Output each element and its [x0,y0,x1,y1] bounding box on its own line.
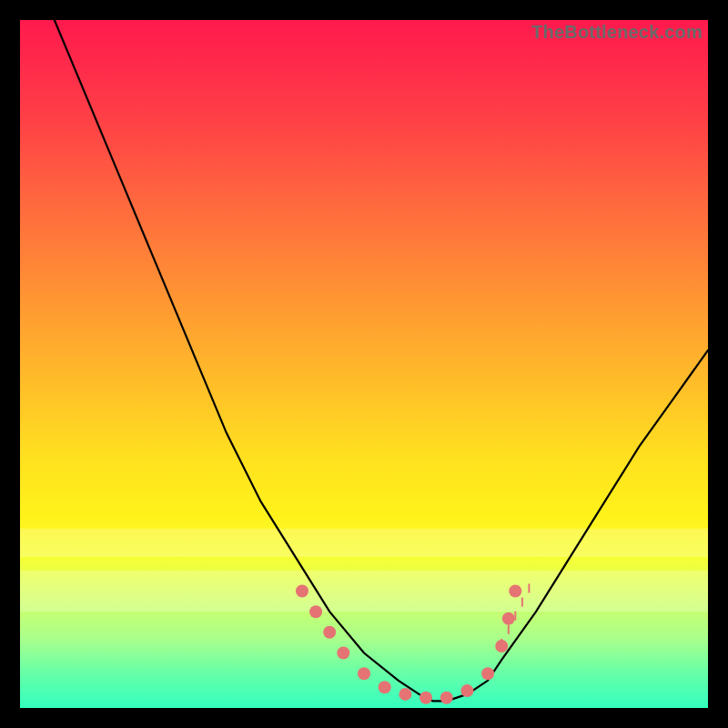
highlight-dot [502,612,515,625]
highlight-dot [379,681,391,693]
highlight-dot [323,626,336,639]
chart-frame: TheBottleneck.com [0,0,728,728]
highlight-dot [420,692,432,704]
highlight-dot [509,585,521,598]
highlight-dot [399,688,411,701]
highlight-dot [296,585,308,598]
plot-area: TheBottleneck.com [20,20,708,708]
highlight-dot [337,647,349,660]
highlight-dot [358,667,370,680]
curve-svg [20,20,708,708]
highlight-dot [481,667,494,680]
bottleneck-curve [55,20,708,701]
highlight-dot [309,605,322,618]
highlight-dots [296,585,521,704]
highlight-dot [440,692,453,704]
highlight-dot [460,684,473,697]
